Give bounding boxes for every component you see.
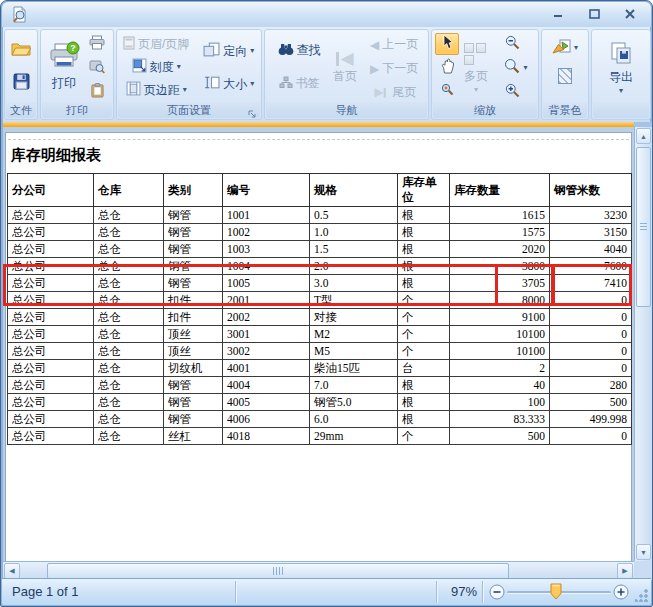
- table-cell: 83.333: [450, 411, 550, 428]
- open-file-button[interactable]: [10, 39, 32, 60]
- table-cell: 1001: [223, 207, 310, 224]
- watermark-button[interactable]: [557, 67, 573, 85]
- table-cell: 根: [398, 377, 450, 394]
- scroll-right-button[interactable]: ▶: [617, 563, 633, 579]
- table-cell: 4018: [223, 428, 310, 445]
- table-cell: 2: [450, 360, 550, 377]
- margins-button[interactable]: 页边距 ▾: [122, 80, 190, 100]
- table-cell: 个: [398, 428, 450, 445]
- print-preview-icon[interactable]: [10, 6, 28, 24]
- table-cell: 9100: [450, 309, 550, 326]
- multi-page-icon: [464, 43, 488, 67]
- print-preview-window: 文件 ? 打印: [0, 0, 653, 607]
- table-cell: 0: [550, 343, 632, 360]
- table-cell: 总仓: [94, 207, 164, 224]
- hand-tool-button[interactable]: [435, 57, 459, 79]
- svg-text:?: ?: [70, 43, 76, 53]
- zoom-dropdown-button[interactable]: ▾: [499, 57, 533, 78]
- table-cell: 0: [550, 309, 632, 326]
- resize-grip[interactable]: [635, 589, 648, 602]
- minimize-button[interactable]: [547, 6, 569, 22]
- table-cell: 根: [398, 207, 450, 224]
- clipboard-icon: [91, 83, 104, 101]
- table-cell: 3150: [550, 224, 632, 241]
- column-header: 仓库: [94, 174, 164, 207]
- header-footer-icon: [123, 36, 135, 53]
- close-button[interactable]: [619, 6, 641, 22]
- table-cell: 2002: [223, 309, 310, 326]
- scroll-left-button[interactable]: ◀: [4, 563, 20, 579]
- table-header-row: 分公司仓库类别编号规格库存单位库存数量钢管米数: [8, 174, 632, 207]
- scale-button[interactable]: 刻度 ▾: [122, 57, 190, 77]
- group-label-export: [593, 102, 649, 118]
- window-controls: [547, 6, 641, 22]
- maximize-button[interactable]: [583, 6, 605, 22]
- table-cell: 个: [398, 309, 450, 326]
- orientation-button[interactable]: 定向 ▾: [202, 41, 255, 61]
- quick-print-button[interactable]: [85, 34, 109, 54]
- print-button[interactable]: ? 打印: [43, 31, 85, 102]
- scroll-down-icon: ▼: [640, 549, 647, 556]
- scroll-up-button[interactable]: ▲: [636, 128, 651, 144]
- last-page-icon: ▶: [375, 87, 387, 99]
- group-label-background: 背景色: [543, 102, 587, 118]
- printer-icon: ?: [48, 41, 80, 74]
- table-cell: 0.5: [310, 207, 398, 224]
- table-cell: 丝杠: [164, 428, 223, 445]
- table-cell: 0: [550, 428, 632, 445]
- table-cell: 总仓: [94, 343, 164, 360]
- table-cell: 总仓: [94, 428, 164, 445]
- printer-settings-button[interactable]: [85, 58, 109, 78]
- ribbon-group-background: ▾ 背景色: [541, 29, 589, 120]
- save-icon: [13, 73, 30, 93]
- zoom-slider-thumb[interactable]: [550, 583, 562, 600]
- find-button[interactable]: 查找: [271, 41, 327, 60]
- scroll-right-icon: ▶: [622, 567, 627, 575]
- zoom-in-ribbon-button[interactable]: [499, 81, 525, 102]
- table-cell: 总公司: [8, 207, 94, 224]
- zoom-out-ribbon-button[interactable]: [499, 33, 525, 54]
- table-cell: 根: [398, 224, 450, 241]
- column-header: 库存数量: [450, 174, 550, 207]
- report-table: 分公司仓库类别编号规格库存单位库存数量钢管米数 总公司总仓钢管10010.5根1…: [7, 173, 632, 445]
- page-setup-dialog-launcher[interactable]: [247, 105, 259, 117]
- table-cell: 1.0: [310, 224, 398, 241]
- column-header: 编号: [223, 174, 310, 207]
- first-page-button: ◀ 首页: [327, 31, 363, 102]
- export-icon: [609, 42, 633, 68]
- horizontal-scrollbar-thumb[interactable]: [47, 563, 509, 579]
- table-cell: 钢管: [164, 411, 223, 428]
- fill-color-button[interactable]: ▾: [551, 37, 579, 59]
- table-row: 总公司总仓丝杠401829mm个5000: [8, 428, 632, 445]
- export-button[interactable]: 导出 ▾: [598, 31, 644, 102]
- table-cell: 钢管: [164, 241, 223, 258]
- magnifier-tool-button[interactable]: [435, 80, 459, 102]
- table-cell: 总仓: [94, 411, 164, 428]
- vertical-scrollbar-thumb[interactable]: [636, 147, 651, 307]
- clipboard-button[interactable]: [85, 82, 109, 102]
- table-cell: 29mm: [310, 428, 398, 445]
- watermark-icon: [558, 68, 572, 84]
- group-label-zoom: 缩放: [433, 102, 537, 118]
- title-bar[interactable]: [2, 2, 651, 27]
- save-button[interactable]: [12, 72, 31, 94]
- zoom-in-button[interactable]: [613, 584, 629, 600]
- table-cell: 4001: [223, 360, 310, 377]
- table-cell: 总仓: [94, 326, 164, 343]
- table-row: 总公司总仓顶丝3002M5个101000: [8, 343, 632, 360]
- vertical-scrollbar[interactable]: ▲ ▼: [634, 127, 652, 561]
- table-cell: 总公司: [8, 394, 94, 411]
- scroll-left-icon: ◀: [9, 567, 14, 575]
- table-cell: 顶丝: [164, 326, 223, 343]
- preview-area[interactable]: 库存明细报表 分公司仓库类别编号规格库存单位库存数量钢管米数 总公司总仓钢管10…: [3, 127, 634, 561]
- zoom-out-button[interactable]: [489, 584, 505, 600]
- status-bar: Page 1 of 1 97%: [2, 578, 651, 605]
- table-row: 总公司总仓钢管10031.5根20204040: [8, 241, 632, 258]
- table-cell: 4040: [550, 241, 632, 258]
- table-cell: 3002: [223, 343, 310, 360]
- scroll-down-button[interactable]: ▼: [636, 544, 651, 560]
- pointer-tool-button[interactable]: [435, 33, 459, 55]
- table-row: 总公司总仓钢管4005钢管5.0根100500: [8, 394, 632, 411]
- size-button[interactable]: 大小 ▾: [202, 74, 255, 94]
- page-margin-guide: [8, 139, 629, 140]
